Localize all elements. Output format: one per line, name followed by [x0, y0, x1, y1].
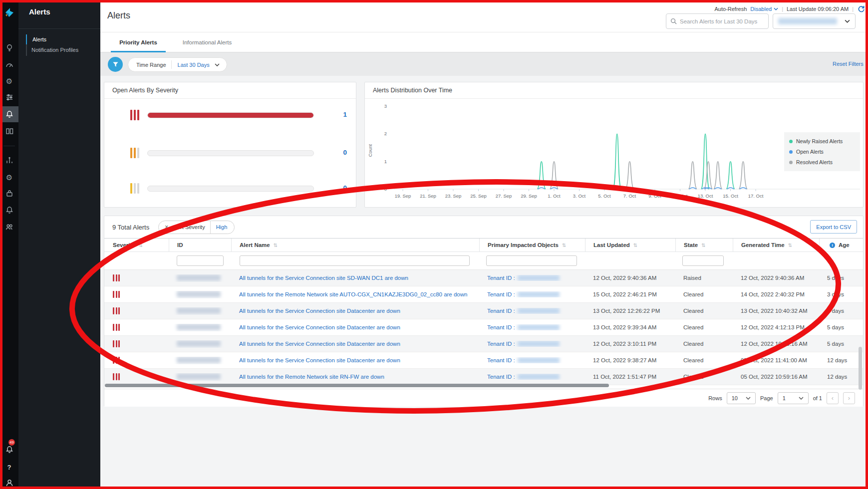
svg-text:3. Oct: 3. Oct [573, 193, 586, 199]
table-row[interactable]: All tunnels for the Service Connection s… [104, 352, 863, 369]
table-row[interactable]: All tunnels for the Remote Network site … [104, 286, 863, 303]
rows-per-page-select[interactable]: 10 [727, 392, 756, 404]
alert-name-link[interactable]: All tunnels for the Service Connection s… [231, 324, 479, 330]
filter-input-primary-impacted-objects[interactable] [486, 255, 577, 266]
insights-icon[interactable] [0, 153, 18, 169]
severity-row-high: 0 [104, 147, 356, 160]
help-icon[interactable]: ? [0, 459, 18, 475]
sort-icon: ⇅ [274, 243, 278, 248]
alert-name-link[interactable]: All tunnels for the Remote Network site … [231, 374, 479, 380]
export-csv-button[interactable]: Export to CSV [810, 220, 857, 234]
severity-count[interactable]: 0 [322, 184, 347, 192]
alarm-bell-icon[interactable]: 49 [0, 442, 18, 458]
severity-critical-icon [113, 291, 169, 298]
primary-impacted-cell[interactable]: Tenant ID : [479, 291, 585, 298]
chart-panel-title: Alerts Distribution Over Time [365, 82, 863, 99]
col-generated-time[interactable]: Generated Time⇅ [733, 239, 819, 251]
table-toolbar: 9 Total Alerts × Alert Severity High Exp… [104, 216, 863, 238]
col-state[interactable]: State⇅ [675, 239, 733, 251]
next-page-button[interactable]: › [843, 392, 855, 404]
primary-impacted-cell[interactable]: Tenant ID : [479, 357, 585, 364]
notifications-icon[interactable] [0, 202, 18, 218]
info-icon[interactable]: i [830, 243, 835, 248]
sidebar-divider [18, 28, 100, 29]
page-label: Page [760, 395, 773, 401]
primary-impacted-cell[interactable]: Tenant ID : [479, 374, 585, 380]
alert-name-link[interactable]: All tunnels for the Remote Network site … [231, 291, 479, 297]
age-cell: 3 days [819, 291, 863, 297]
tab-priority-alerts[interactable]: Priority Alerts [111, 32, 166, 52]
users-icon[interactable] [0, 219, 18, 235]
dashboard-icon[interactable] [0, 57, 18, 73]
svg-text:1. Oct: 1. Oct [548, 193, 561, 199]
plugin-icon[interactable] [0, 186, 18, 202]
brand-logo-icon[interactable] [0, 0, 18, 25]
table-row[interactable]: All tunnels for the Service Connection s… [104, 303, 863, 319]
severity-row-critical: 1 [104, 109, 356, 122]
severity-count[interactable]: 1 [322, 111, 347, 118]
alert-name-link[interactable]: All tunnels for the Service Connection s… [231, 341, 479, 347]
severity-critical-icon [113, 373, 169, 380]
auto-refresh-toggle[interactable]: Disabled [750, 6, 778, 12]
primary-impacted-cell[interactable]: Tenant ID : [479, 324, 585, 331]
legend-dot-resolved [789, 161, 793, 164]
col-last-updated[interactable]: Last Updated⇅ [585, 239, 675, 251]
alert-name-link[interactable]: All tunnels for the Service Connection s… [231, 357, 479, 363]
sliders-icon[interactable] [0, 89, 18, 105]
service-settings-icon[interactable]: ⚙ [0, 169, 18, 185]
table-row[interactable]: All tunnels for the Remote Network site … [104, 369, 863, 385]
previous-page-button[interactable]: ‹ [827, 392, 839, 404]
primary-impacted-cell[interactable]: Tenant ID : [479, 275, 585, 281]
state-cell: Cleared [675, 324, 733, 330]
settings-icon[interactable]: ⚙ [0, 73, 18, 89]
alert-id-blurred [169, 274, 231, 282]
state-cell: Cleared [675, 341, 733, 347]
time-range-value: Last 30 Days [172, 62, 214, 68]
page-select[interactable]: 1 [778, 392, 809, 404]
tenant-id-blurred [518, 357, 560, 363]
ideas-icon[interactable] [0, 40, 18, 56]
chip-close-icon[interactable]: × [159, 224, 172, 231]
col-age[interactable]: iAge [819, 239, 863, 251]
alert-name-link[interactable]: All tunnels for the Service Connection s… [231, 308, 479, 314]
columns-icon[interactable] [0, 123, 18, 139]
filter-input-id[interactable] [177, 255, 224, 266]
col-alert-name[interactable]: Alert Name⇅ [231, 239, 479, 251]
svg-text:3: 3 [384, 103, 387, 109]
tenant-selector[interactable] [773, 13, 856, 29]
filter-input-state[interactable] [682, 255, 724, 266]
sidebar-item-notification-profiles[interactable]: Notification Profiles [26, 45, 96, 55]
chevron-down-icon [845, 19, 850, 23]
severity-critical-icon [113, 357, 169, 364]
vertical-scrollbar[interactable] [859, 347, 862, 390]
col-primary-impacted-objects[interactable]: Primary Impacted Objects⇅ [479, 239, 585, 251]
filter-input-alert-name[interactable] [240, 255, 470, 266]
table-row[interactable]: All tunnels for the Service Connection s… [104, 270, 863, 286]
reset-filters-link[interactable]: Reset Filters [833, 61, 864, 67]
sidebar-item-alerts[interactable]: Alerts [26, 34, 96, 44]
col-id[interactable]: ID [169, 239, 231, 251]
primary-impacted-cell[interactable]: Tenant ID : [479, 308, 585, 314]
alert-id-blurred [169, 291, 231, 298]
alert-name-link[interactable]: All tunnels for the Service Connection s… [231, 275, 479, 281]
search-input[interactable] [680, 18, 764, 24]
severity-critical-icon [113, 307, 169, 314]
table-row[interactable]: All tunnels for the Service Connection s… [104, 336, 863, 352]
filter-funnel-button[interactable] [108, 57, 123, 72]
tab-informational-alerts[interactable]: Informational Alerts [175, 32, 240, 52]
tenant-id-blurred [518, 341, 560, 347]
severity-count[interactable]: 0 [322, 149, 347, 156]
time-range-filter[interactable]: Time Range Last 30 Days [128, 57, 227, 72]
state-cell: Cleared [675, 357, 733, 363]
svg-text:Count: Count [367, 144, 373, 157]
refresh-icon[interactable] [857, 4, 866, 13]
severity-bar [147, 186, 314, 192]
col-severity[interactable]: Severity⇅ [104, 239, 169, 251]
funnel-icon [112, 61, 119, 68]
alerts-nav-icon[interactable] [0, 106, 18, 122]
primary-impacted-cell[interactable]: Tenant ID : [479, 341, 585, 347]
svg-text:27. Sep: 27. Sep [496, 193, 512, 199]
user-profile-icon[interactable] [0, 475, 18, 489]
table-row[interactable]: All tunnels for the Service Connection s… [104, 319, 863, 336]
horizontal-scrollbar[interactable] [105, 384, 609, 387]
